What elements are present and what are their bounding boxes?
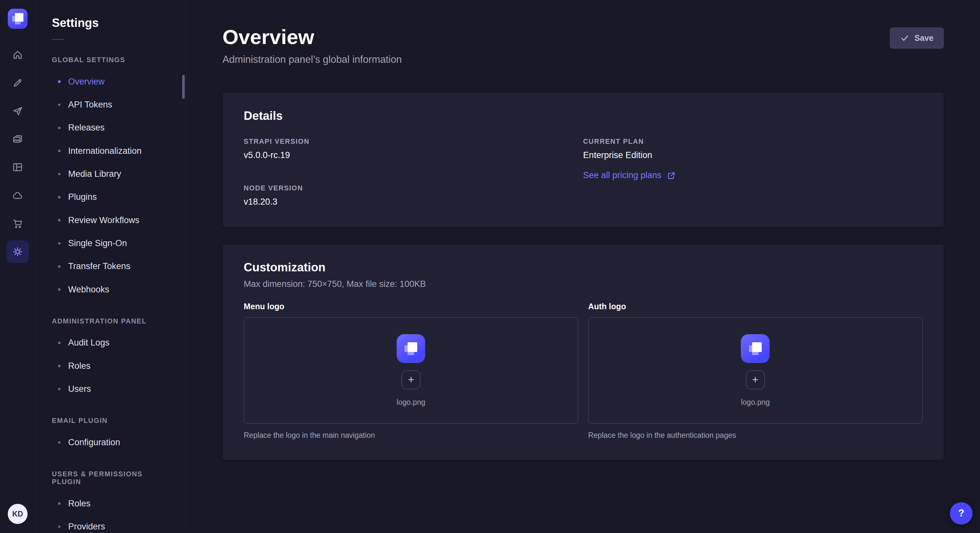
strapi-version-field: STRAPI VERSION v5.0.0-rc.19 xyxy=(244,138,583,160)
nav-transfer[interactable] xyxy=(6,100,29,122)
field-value: v18.20.3 xyxy=(244,197,583,207)
bullet-dot xyxy=(58,242,60,245)
sidebar-item-transfer-tokens[interactable]: Transfer Tokens xyxy=(36,255,186,278)
sidebar-item-webhooks[interactable]: Webhooks xyxy=(36,278,186,301)
auth-logo-filename: logo.png xyxy=(741,398,770,407)
sidebar-item-single-sign-on[interactable]: Single Sign-On xyxy=(36,232,186,255)
nav-cloud[interactable] xyxy=(6,184,29,206)
bullet-dot xyxy=(58,365,60,367)
cloud-icon xyxy=(12,190,23,201)
sidebar-item-roles-users-permissions[interactable]: Roles xyxy=(36,492,186,515)
bullet-dot xyxy=(58,104,60,106)
strapi-logo-icon xyxy=(400,338,422,359)
field-value: Enterprise Edition xyxy=(583,150,922,160)
sidebar-item-label: Media Library xyxy=(68,169,121,179)
sidebar-item-label: Transfer Tokens xyxy=(68,261,130,271)
sidebar-item-label: Plugins xyxy=(68,192,97,202)
save-button-label: Save xyxy=(915,33,934,43)
bullet-dot xyxy=(58,441,60,444)
plus-icon xyxy=(407,375,415,384)
scrollbar-thumb[interactable] xyxy=(182,75,185,98)
details-grid: STRAPI VERSION v5.0.0-rc.19 NODE VERSION… xyxy=(244,138,923,207)
auth-logo-hint: Replace the logo in the authentication p… xyxy=(588,431,923,440)
section-email-plugin: EMAIL PLUGIN Configuration xyxy=(36,417,186,454)
pricing-plans-link[interactable]: See all pricing plans xyxy=(583,170,675,180)
sidebar-item-roles-admin[interactable]: Roles xyxy=(36,355,186,378)
sidebar-item-label: Providers xyxy=(68,522,105,532)
customization-card-title: Customization xyxy=(244,261,923,274)
pen-icon xyxy=(12,78,23,89)
bullet-dot xyxy=(58,80,60,83)
sidebar-item-media-library[interactable]: Media Library xyxy=(36,163,186,186)
check-icon xyxy=(900,33,909,43)
save-button[interactable]: Save xyxy=(890,27,944,49)
sidebar-item-users[interactable]: Users xyxy=(36,378,186,401)
sidebar-section-label: ADMINISTRATION PANEL xyxy=(52,317,170,325)
sidebar-item-label: Single Sign-On xyxy=(68,238,127,248)
field-value: v5.0.0-rc.19 xyxy=(244,150,583,160)
bullet-dot xyxy=(58,173,60,176)
gear-icon xyxy=(12,246,23,257)
bullet-dot xyxy=(58,288,60,291)
sidebar-item-label: Audit Logs xyxy=(68,338,110,348)
auth-logo-add-button[interactable] xyxy=(746,370,765,389)
nav-settings[interactable] xyxy=(6,240,29,263)
nav-content-builder[interactable] xyxy=(6,72,29,94)
sidebar-item-label: Review Workflows xyxy=(68,215,139,225)
section-global-settings: GLOBAL SETTINGS Overview API Tokens Rele… xyxy=(36,56,186,301)
menu-logo-field: Menu logo logo.png Replace the logo in t… xyxy=(244,302,578,440)
details-card-title: Details xyxy=(244,109,923,123)
sidebar-item-overview[interactable]: Overview xyxy=(36,70,186,93)
sidebar-item-label: Overview xyxy=(68,77,105,87)
logo-uploads: Menu logo logo.png Replace the logo in t… xyxy=(244,302,923,440)
rail-nav xyxy=(6,44,29,263)
sidebar-item-providers[interactable]: Providers xyxy=(36,515,186,533)
sidebar-item-internationalization[interactable]: Internationalization xyxy=(36,139,186,162)
sidebar-item-label: Webhooks xyxy=(68,285,109,295)
strapi-logo[interactable] xyxy=(8,9,28,29)
media-library-icon xyxy=(12,134,23,145)
menu-logo-hint: Replace the logo in the main navigation xyxy=(244,431,578,440)
menu-logo-add-button[interactable] xyxy=(401,370,420,389)
nav-marketplace[interactable] xyxy=(6,156,29,178)
sidebar-item-label: API Tokens xyxy=(68,100,112,110)
sidebar-item-audit-logs[interactable]: Audit Logs xyxy=(36,331,186,354)
details-card: Details STRAPI VERSION v5.0.0-rc.19 NODE… xyxy=(223,93,944,227)
field-label: CURRENT PLAN xyxy=(583,138,922,145)
bullet-dot xyxy=(58,388,60,390)
user-avatar[interactable]: KD xyxy=(8,504,28,524)
details-right-column: CURRENT PLAN Enterprise Edition See all … xyxy=(583,138,922,207)
sidebar-title: Settings xyxy=(52,16,170,30)
help-button[interactable]: ? xyxy=(950,502,972,525)
auth-logo-preview xyxy=(741,334,770,363)
sidebar-item-plugins[interactable]: Plugins xyxy=(36,186,186,209)
menu-logo-filename: logo.png xyxy=(397,398,425,407)
home-icon xyxy=(12,49,23,60)
sidebar-item-review-workflows[interactable]: Review Workflows xyxy=(36,209,186,232)
page-title: Overview xyxy=(223,25,402,49)
sidebar-item-api-tokens[interactable]: API Tokens xyxy=(36,93,186,116)
nav-media-library[interactable] xyxy=(6,128,29,150)
auth-logo-dropzone[interactable]: logo.png xyxy=(588,317,923,424)
sidebar-item-label: Releases xyxy=(68,123,105,133)
details-left-column: STRAPI VERSION v5.0.0-rc.19 NODE VERSION… xyxy=(244,138,583,207)
settings-sidebar: Settings GLOBAL SETTINGS Overview API To… xyxy=(36,0,186,533)
sidebar-item-releases[interactable]: Releases xyxy=(36,116,186,139)
bullet-dot xyxy=(58,127,60,129)
bullet-dot xyxy=(58,196,60,198)
field-label: STRAPI VERSION xyxy=(244,138,583,145)
menu-logo-dropzone[interactable]: logo.png xyxy=(244,317,578,424)
bullet-dot xyxy=(58,219,60,222)
sidebar-item-label: Roles xyxy=(68,499,91,509)
sidebar-item-label: Roles xyxy=(68,361,91,371)
sidebar-section-label: USERS & PERMISSIONS PLUGIN xyxy=(52,470,170,486)
nav-purchases[interactable] xyxy=(6,213,29,235)
node-version-field: NODE VERSION v18.20.3 xyxy=(244,184,583,207)
menu-logo-label: Menu logo xyxy=(244,302,578,311)
field-label: NODE VERSION xyxy=(244,184,583,192)
nav-home[interactable] xyxy=(6,44,29,66)
sidebar-item-configuration[interactable]: Configuration xyxy=(36,431,186,454)
bullet-dot xyxy=(58,525,60,528)
auth-logo-field: Auth logo logo.png Replace the logo in t… xyxy=(588,302,923,440)
bullet-dot xyxy=(58,150,60,152)
